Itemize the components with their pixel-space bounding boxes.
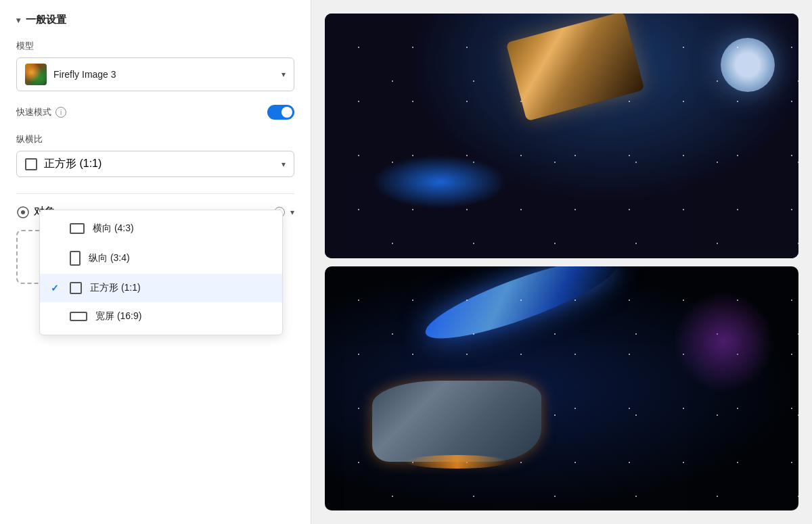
aspect-option-widescreen[interactable]: 宽屏 (16:9) xyxy=(40,302,282,331)
space-glow-top xyxy=(372,155,508,209)
object-icon xyxy=(16,206,30,219)
aspect-selected-label: 正方形 (1:1) xyxy=(44,157,102,171)
fast-mode-row: 快速模式 i xyxy=(16,105,294,120)
square-check-icon[interactable]: ✓ xyxy=(51,283,62,293)
widescreen-label: 宽屏 (16:9) xyxy=(95,310,141,323)
model-thumbnail xyxy=(25,64,47,85)
space-image-bottom xyxy=(325,266,798,511)
square-label: 正方形 (1:1) xyxy=(90,282,141,294)
fast-mode-info-icon[interactable]: i xyxy=(55,107,66,118)
aspect-dropdown-chevron-icon: ▾ xyxy=(281,160,286,169)
spaceship xyxy=(372,381,541,462)
space-image-top xyxy=(325,14,798,258)
object-chevron-icon[interactable]: ▾ xyxy=(290,208,294,217)
left-panel: ▾ 一般设置 模型 Firefly Image 3 ▾ 快速模式 i 纵横比 正… xyxy=(0,0,311,524)
model-dropdown-left: Firefly Image 3 xyxy=(25,64,116,85)
square-icon xyxy=(25,158,37,170)
aspect-label: 纵横比 xyxy=(16,133,294,145)
aspect-option-square[interactable]: ✓ 正方形 (1:1) xyxy=(40,274,282,302)
aspect-option-landscape[interactable]: 横向 (4:3) xyxy=(40,214,282,243)
model-dropdown-chevron-icon: ▾ xyxy=(281,70,286,79)
model-label: 模型 xyxy=(16,40,294,52)
landscape-icon xyxy=(70,223,85,234)
widescreen-icon xyxy=(70,312,87,321)
portrait-icon xyxy=(70,251,81,266)
image-card-bottom xyxy=(325,266,798,511)
aspect-option-portrait[interactable]: 纵向 (3:4) xyxy=(40,243,282,274)
fast-mode-toggle[interactable] xyxy=(267,105,294,120)
chevron-collapse-icon[interactable]: ▾ xyxy=(16,16,20,25)
fast-mode-left: 快速模式 i xyxy=(16,106,66,118)
fast-mode-label: 快速模式 xyxy=(16,106,51,118)
aspect-ratio-dropdown[interactable]: 正方形 (1:1) ▾ xyxy=(16,151,294,177)
image-card-top xyxy=(325,14,798,258)
aspect-dropdown-left: 正方形 (1:1) xyxy=(25,157,102,171)
model-name: Firefly Image 3 xyxy=(53,69,116,80)
svg-point-1 xyxy=(21,210,25,214)
nebula-purple xyxy=(673,291,775,392)
section-title: 一般设置 xyxy=(26,14,66,26)
aspect-dropdown-menu: 横向 (4:3) 纵向 (3:4) ✓ 正方形 (1:1) 宽屏 (16:9) xyxy=(39,210,283,335)
stars-top xyxy=(325,14,798,258)
section-header: ▾ 一般设置 xyxy=(16,14,294,26)
right-panel xyxy=(311,0,812,524)
portrait-label: 纵向 (3:4) xyxy=(89,252,130,264)
square-option-icon xyxy=(70,282,82,294)
landscape-label: 横向 (4:3) xyxy=(93,222,134,235)
model-dropdown[interactable]: Firefly Image 3 ▾ xyxy=(16,57,294,91)
